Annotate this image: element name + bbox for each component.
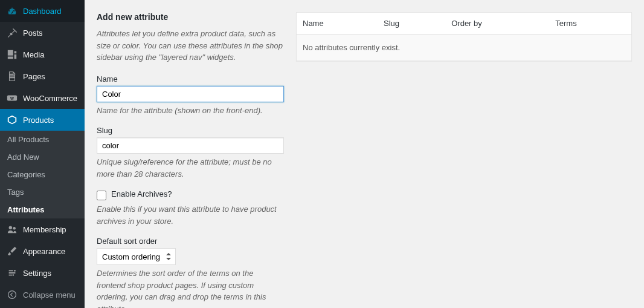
sidebar-item-media[interactable]: Media [0, 44, 85, 65]
field-slug: Slug Unique slug/reference for the attri… [97, 126, 284, 180]
sort-help: Determines the sort order of the terms o… [97, 267, 284, 308]
sidebar-item-woocommerce[interactable]: W WooCommerce [0, 87, 85, 109]
archives-label: Enable Archives? [111, 189, 172, 198]
sidebar-item-membership[interactable]: Membership [0, 218, 85, 240]
attributes-table: Name Slug Order by Terms No attributes c… [296, 12, 632, 61]
archives-help: Enable this if you want this attribute t… [97, 203, 284, 227]
submenu-categories[interactable]: Categories [0, 166, 85, 183]
archives-checkbox[interactable] [97, 191, 106, 200]
sidebar-item-dashboard[interactable]: Dashboard [0, 0, 85, 22]
field-archives: Enable Archives? Enable this if you want… [97, 189, 284, 227]
products-submenu: All Products Add New Categories Tags Att… [0, 131, 85, 218]
svg-point-3 [13, 227, 16, 230]
sidebar-item-label: Media [23, 50, 44, 59]
sidebar-item-appearance[interactable]: Appearance [0, 240, 85, 262]
users-icon [6, 223, 18, 235]
sidebar-item-pages[interactable]: Pages [0, 65, 85, 87]
admin-sidebar: Dashboard Posts Media Pages W WooCommerc… [0, 0, 85, 308]
th-terms[interactable]: Terms [549, 13, 631, 34]
brush-icon [6, 245, 18, 257]
attributes-table-wrap: Name Slug Order by Terms No attributes c… [296, 12, 632, 296]
submenu-tags[interactable]: Tags [0, 183, 85, 201]
submenu-attributes[interactable]: Attributes [0, 201, 85, 218]
sidebar-item-label: Settings [23, 269, 51, 278]
sort-label: Default sort order [97, 237, 284, 246]
submenu-add-new[interactable]: Add New [0, 148, 85, 166]
form-heading: Add new attribute [97, 12, 284, 22]
field-name: Name Name for the attribute (shown on th… [97, 74, 284, 117]
slug-input[interactable] [97, 137, 284, 154]
svg-text:W: W [10, 96, 14, 100]
sidebar-item-settings[interactable]: Settings [0, 262, 85, 284]
sidebar-item-posts[interactable]: Posts [0, 22, 85, 44]
submenu-all-products[interactable]: All Products [0, 131, 85, 148]
collapse-icon [6, 289, 18, 301]
pages-icon [6, 70, 18, 82]
name-input[interactable] [97, 86, 284, 102]
form-intro: Attributes let you define extra product … [97, 28, 284, 64]
sidebar-item-label: Membership [23, 225, 66, 234]
sidebar-item-label: Posts [23, 28, 43, 38]
collapse-label: Collapse menu [23, 290, 76, 300]
name-help: Name for the attribute (shown on the fro… [97, 105, 284, 117]
th-orderby[interactable]: Order by [445, 13, 549, 34]
sort-select[interactable]: Custom ordering [97, 248, 176, 265]
empty-message: No attributes currently exist. [297, 34, 632, 61]
slug-label: Slug [97, 126, 284, 135]
collapse-menu[interactable]: Collapse menu [0, 284, 85, 306]
settings-icon [6, 267, 18, 279]
svg-point-5 [12, 274, 14, 276]
add-attribute-form: Add new attribute Attributes let you def… [97, 12, 284, 296]
svg-point-4 [14, 270, 16, 272]
sidebar-item-label: Pages [23, 72, 45, 81]
table-row-empty: No attributes currently exist. [297, 34, 632, 61]
sidebar-item-products[interactable]: Products [0, 109, 85, 131]
th-slug[interactable]: Slug [378, 13, 445, 34]
name-label: Name [97, 74, 284, 84]
sidebar-item-label: Dashboard [23, 7, 62, 16]
slug-help: Unique slug/reference for the attribute;… [97, 156, 284, 180]
pin-icon [6, 27, 18, 39]
field-sort-order: Default sort order Custom ordering Deter… [97, 237, 284, 308]
products-icon [6, 114, 18, 126]
sidebar-item-label: Appearance [23, 247, 65, 256]
dashboard-icon [6, 5, 18, 17]
main-content: Add new attribute Attributes let you def… [85, 0, 644, 308]
sidebar-item-label: Products [23, 116, 54, 125]
svg-point-2 [9, 226, 12, 229]
media-icon [6, 48, 18, 61]
sidebar-item-label: WooCommerce [23, 94, 77, 103]
th-name[interactable]: Name [297, 13, 378, 34]
woocommerce-icon: W [6, 92, 18, 104]
svg-point-6 [8, 291, 16, 299]
